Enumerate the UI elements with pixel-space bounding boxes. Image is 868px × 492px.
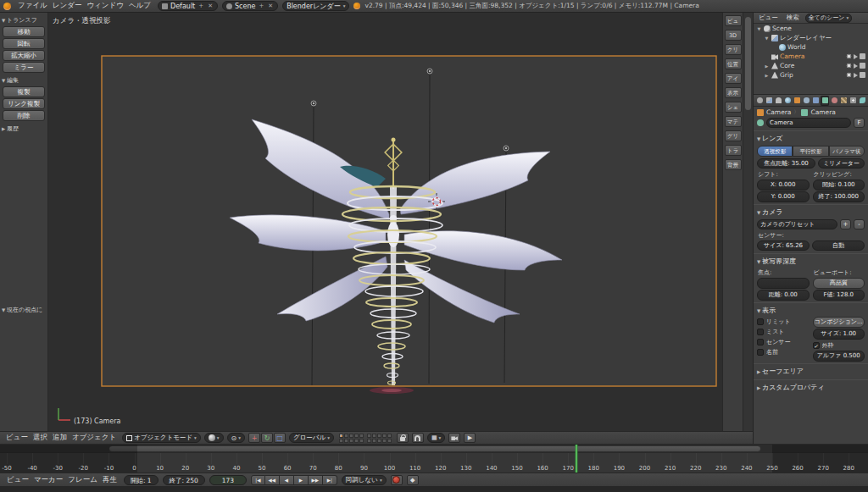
screen-layout-selector[interactable]: Default + ✕ [158, 1, 218, 11]
layer-cell[interactable] [372, 434, 376, 438]
menu-マーカー[interactable]: マーカー [31, 475, 65, 485]
timeline[interactable]: -50-40-30-20-100102030405060708090100110… [0, 444, 868, 473]
orientation-dropdown[interactable]: グローバル ▾ [289, 433, 334, 443]
add-scene-button[interactable]: + [258, 3, 264, 9]
manipulator-scale-button[interactable]: □ [274, 433, 286, 443]
tab-particles[interactable] [849, 96, 857, 106]
layer-cell[interactable] [339, 439, 343, 443]
preset-remove-button[interactable]: - [854, 219, 865, 229]
n-panel-tab[interactable]: クリ [725, 44, 742, 55]
display-check-row[interactable]: リミット [757, 317, 810, 326]
n-panel-tab[interactable]: シェ [725, 102, 742, 113]
tab-physics[interactable] [858, 96, 866, 106]
menu-ビュー[interactable]: ビュー [4, 475, 31, 485]
outliner-row[interactable]: Camera [754, 52, 868, 61]
lens-unit-dropdown[interactable]: ミリメーター [818, 158, 865, 169]
menu-ビュー[interactable]: ビュー [3, 433, 31, 443]
clip-end-field[interactable]: 終了: 100.000 [813, 191, 865, 202]
manipulator-translate-button[interactable]: + [248, 433, 260, 443]
sensor-size-slider[interactable]: サイズ: 65.26 [757, 240, 810, 251]
shading-dropdown[interactable]: ▾ [204, 433, 224, 443]
frame-end-field[interactable]: 終了: 250 [163, 475, 205, 485]
lock-button[interactable] [397, 433, 409, 443]
autokey-button[interactable] [391, 475, 403, 485]
region-splitter[interactable] [743, 13, 753, 431]
lens-tab-透視投影[interactable]: 透視投影 [757, 146, 793, 157]
layer-cell[interactable] [382, 439, 387, 443]
sensor-fit-dropdown[interactable]: 自動 [812, 240, 865, 251]
composition-guides-button[interactable]: コンポジション... [813, 317, 865, 328]
layer-cell[interactable] [382, 434, 387, 438]
panel-header-セーフエリア[interactable]: セーフエリア [754, 363, 868, 378]
menu-view[interactable]: ビュー [756, 14, 781, 22]
layer-cell[interactable] [377, 439, 381, 443]
manipulator-rotate-button[interactable]: ↻ [261, 433, 273, 443]
display-check-row[interactable]: ミスト [757, 327, 810, 336]
panel-header[interactable]: 編集 [0, 74, 47, 86]
outliner-row[interactable]: ▶Grip [754, 70, 868, 80]
eye-toggle[interactable] [846, 72, 852, 78]
draw-size-slider[interactable]: サイズ: 1.00 [813, 329, 865, 340]
expander-icon[interactable]: ▼ [756, 26, 762, 31]
outliner-display-mode-dropdown[interactable]: 全てのシーン ▾ [805, 14, 852, 23]
tab-render-layers[interactable] [765, 96, 773, 106]
layer-cell[interactable] [387, 434, 392, 438]
viewport-3d[interactable]: カメラ・透視投影 (173) Camera [48, 13, 722, 431]
playback-button[interactable]: ◀ [280, 475, 294, 485]
panel-header[interactable]: 履歴 [0, 122, 47, 134]
n-panel-tab[interactable]: 位置 [725, 58, 742, 69]
layer-cell[interactable] [354, 439, 359, 443]
menu-オブジェクト[interactable]: オブジェクト [70, 433, 119, 443]
tab-render[interactable] [755, 96, 764, 106]
tool-button-リンク複製[interactable]: リンク複製 [3, 98, 45, 109]
layer-cell[interactable] [372, 439, 376, 443]
outliner-row[interactable]: ▼レンダーレイヤー [754, 33, 868, 42]
menu-ファイル[interactable]: ファイル [15, 1, 50, 11]
tab-texture[interactable] [839, 96, 848, 106]
menu-追加[interactable]: 追加 [50, 433, 70, 443]
display-check-row[interactable]: センサー [757, 337, 810, 346]
menu-選択[interactable]: 選択 [31, 433, 50, 443]
n-panel-tab[interactable]: 3D [725, 30, 742, 41]
playback-button[interactable]: ▶| [323, 475, 337, 485]
display-check-row[interactable]: 名前 [757, 347, 810, 357]
layer-cell[interactable] [359, 434, 364, 438]
tab-modifiers[interactable] [811, 96, 820, 106]
layer-cell[interactable] [344, 434, 348, 438]
n-panel-tab[interactable]: トラ [725, 145, 742, 156]
layer-cell[interactable] [387, 439, 392, 443]
breadcrumb-object[interactable]: Camera [766, 108, 791, 116]
tool-button-移動[interactable]: 移動 [3, 26, 45, 37]
mode-dropdown[interactable]: オブジェクトモード ▾ [122, 433, 201, 443]
panel-header[interactable]: トランスフ [0, 14, 47, 25]
fstop-slider[interactable]: F値: 128.0 [813, 290, 865, 301]
expander-icon[interactable]: ▶ [764, 73, 770, 78]
outliner-row[interactable]: ▶Core [754, 61, 868, 70]
checkbox[interactable] [757, 329, 764, 335]
n-panel-tab[interactable]: マテ [725, 116, 742, 127]
breadcrumb-data[interactable]: Camera [810, 108, 835, 116]
playback-button[interactable]: ▶ [294, 475, 309, 485]
layer-cell[interactable] [367, 439, 371, 443]
select-toggle[interactable] [854, 54, 858, 59]
layer-cell[interactable] [339, 434, 343, 438]
tab-object-data[interactable] [821, 96, 829, 106]
lens-tab-平行投影[interactable]: 平行投影 [793, 146, 828, 157]
preset-add-button[interactable]: + [840, 219, 851, 229]
render-toggle[interactable] [860, 72, 865, 78]
close-layout-button[interactable]: ✕ [207, 3, 214, 9]
panel-header-camera[interactable]: カメラ [754, 204, 868, 218]
panel-header-display[interactable]: 表示 [754, 302, 868, 317]
playback-button[interactable]: ▶▶ [309, 475, 323, 485]
render-toggle[interactable] [860, 63, 865, 69]
n-panel-tab[interactable]: 背景 [725, 159, 742, 170]
close-scene-button[interactable]: ✕ [267, 3, 274, 9]
layer-cell[interactable] [359, 439, 364, 443]
tab-scene[interactable] [774, 96, 782, 106]
playhead[interactable] [576, 445, 577, 473]
checkbox[interactable]: ✓ [813, 342, 820, 349]
checkbox[interactable] [757, 318, 764, 325]
tab-object[interactable] [793, 96, 801, 106]
outliner-row[interactable]: ▼Scene [754, 24, 868, 33]
select-toggle[interactable] [854, 64, 858, 69]
